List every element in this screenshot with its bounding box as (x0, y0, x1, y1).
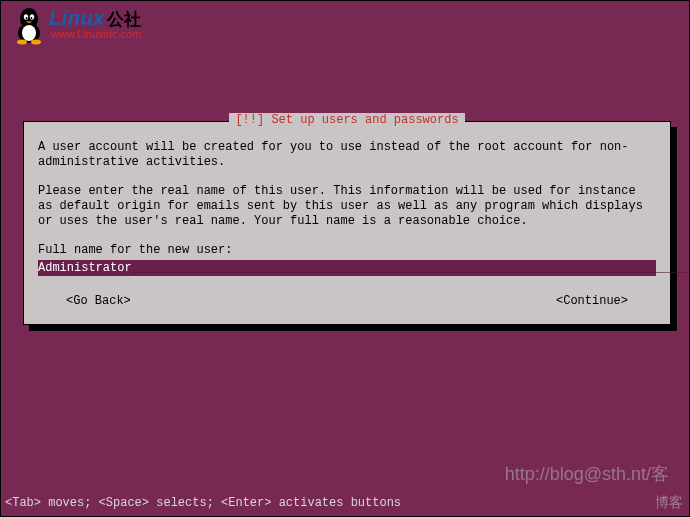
fullname-input[interactable]: Administrator___________________________… (38, 260, 656, 276)
brand-logo: Linux公社 www.Linuxidc.com (13, 5, 141, 45)
watermark-text: 博客 (655, 494, 683, 512)
svg-point-7 (17, 40, 27, 45)
go-back-button[interactable]: <Go Back> (66, 294, 131, 308)
svg-point-6 (31, 17, 33, 19)
svg-point-2 (22, 25, 36, 41)
fullname-prompt: Full name for the new user: (38, 243, 656, 258)
input-fill: ________________________________________… (132, 261, 687, 275)
logo-suffix: 公社 (107, 10, 141, 29)
penguin-icon (13, 5, 45, 45)
watermark-url: http://blog@sth.nt/客 (505, 462, 669, 486)
help-bar: <Tab> moves; <Space> selects; <Enter> ac… (5, 496, 401, 510)
dialog-container: [!!] Set up users and passwords A user a… (23, 121, 671, 325)
svg-point-8 (31, 40, 41, 45)
fullname-value: Administrator (38, 261, 132, 275)
setup-dialog: [!!] Set up users and passwords A user a… (23, 121, 671, 325)
svg-point-3 (24, 14, 28, 20)
svg-point-5 (26, 17, 28, 19)
logo-url: www.Linuxidc.com (51, 28, 141, 40)
logo-text: Linux (49, 7, 105, 29)
svg-point-4 (30, 14, 34, 20)
dialog-paragraph-2: Please enter the real name of this user.… (38, 184, 656, 229)
dialog-paragraph-1: A user account will be created for you t… (38, 140, 656, 170)
dialog-title: [!!] Set up users and passwords (229, 113, 464, 127)
continue-button[interactable]: <Continue> (556, 294, 628, 308)
